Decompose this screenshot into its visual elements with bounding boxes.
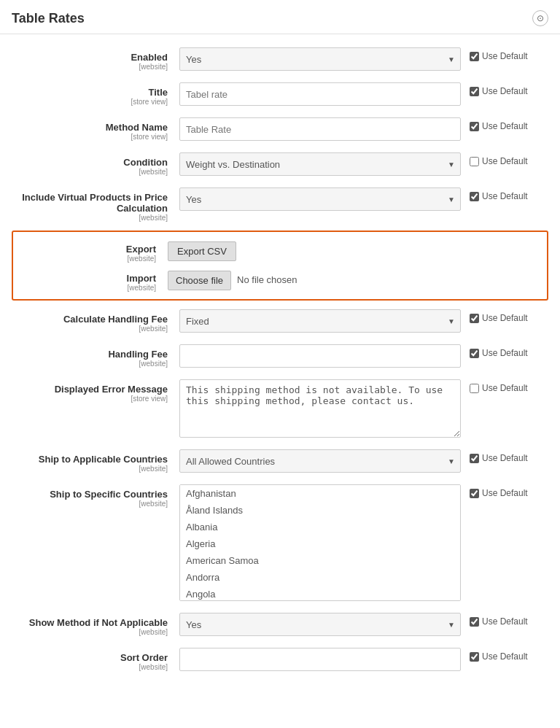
enabled-use-default-label: Use Default (482, 51, 528, 61)
show-method-use-default-checkbox[interactable] (470, 617, 479, 627)
method-name-label-col: Method Name [store view] (12, 117, 179, 141)
handling-fee-use-default-label: Use Default (482, 348, 528, 358)
condition-scope: [website] (12, 168, 168, 176)
include-virtual-control: Yes No ▼ (179, 187, 461, 211)
condition-use-default: Use Default (461, 152, 548, 166)
title-use-default-checkbox[interactable] (470, 87, 479, 96)
ship-applicable-label: Ship to Applicable Countries (12, 454, 168, 465)
sort-order-label-col: Sort Order [website] (12, 648, 179, 671)
show-method-use-default-label: Use Default (482, 616, 528, 627)
include-virtual-label-col: Include Virtual Products in Price Calcul… (12, 187, 179, 222)
sort-order-label: Sort Order (12, 652, 168, 663)
ship-specific-label-col: Ship to Specific Countries [website] (12, 484, 179, 508)
list-item[interactable]: Angola (180, 586, 460, 601)
handling-fee-use-default-checkbox[interactable] (470, 349, 479, 358)
choose-file-button[interactable]: Choose file (168, 271, 231, 290)
title-label-col: Title [store view] (12, 82, 179, 106)
enabled-scope: [website] (12, 63, 168, 71)
ship-applicable-use-default-checkbox[interactable] (470, 454, 479, 463)
ship-applicable-use-default-label: Use Default (482, 453, 528, 463)
include-virtual-use-default-checkbox[interactable] (470, 192, 479, 201)
error-message-use-default: Use Default (461, 379, 548, 393)
include-virtual-use-default: Use Default (461, 187, 548, 201)
import-control: Choose file No file chosen (168, 270, 297, 290)
ship-specific-use-default-checkbox[interactable] (470, 489, 479, 498)
collapse-icon[interactable]: ⊙ (532, 10, 548, 26)
ship-applicable-select-wrapper: All Allowed Countries Specific Countries… (179, 449, 461, 473)
enabled-label: Enabled (12, 52, 168, 63)
handling-fee-input[interactable] (179, 344, 461, 368)
include-virtual-row: Include Virtual Products in Price Calcul… (0, 182, 560, 228)
handling-fee-scope: [website] (12, 360, 168, 368)
list-item[interactable]: Algeria (180, 535, 460, 552)
sort-order-use-default-label: Use Default (482, 651, 528, 662)
enabled-row: Enabled [website] Yes No ▼ Use Default (0, 42, 560, 77)
show-method-select[interactable]: Yes No (179, 613, 461, 636)
title-use-default: Use Default (461, 82, 548, 96)
handling-fee-label: Handling Fee (12, 349, 168, 360)
ship-specific-scope: [website] (12, 500, 168, 508)
list-item[interactable]: Afghanistan (180, 485, 460, 502)
include-virtual-select-wrapper: Yes No ▼ (179, 187, 461, 211)
ship-applicable-select[interactable]: All Allowed Countries Specific Countries (179, 449, 461, 473)
condition-label: Condition (12, 157, 168, 168)
export-control: Export CSV (168, 241, 236, 261)
list-item[interactable]: Andorra (180, 569, 460, 586)
handling-fee-row: Handling Fee [website] Use Default (0, 338, 560, 373)
export-row: Export [website] Export CSV (22, 239, 538, 263)
form-body: Enabled [website] Yes No ▼ Use Default T… (0, 34, 560, 684)
handling-fee-use-default: Use Default (461, 344, 548, 358)
import-label: Import (22, 273, 156, 284)
calc-handling-fee-scope: [website] (12, 325, 168, 333)
enabled-use-default-checkbox[interactable] (470, 52, 479, 61)
method-name-use-default: Use Default (461, 117, 548, 131)
condition-control: Weight vs. Destination Price vs. Destina… (179, 152, 461, 176)
error-message-row: Displayed Error Message [store view] Thi… (0, 373, 560, 444)
sort-order-input[interactable] (179, 648, 461, 671)
error-message-control: This shipping method is not available. T… (179, 379, 461, 438)
handling-fee-label-col: Handling Fee [website] (12, 344, 179, 368)
method-name-input[interactable] (179, 117, 461, 141)
handling-fee-control (179, 344, 461, 368)
method-name-control (179, 117, 461, 141)
method-name-label: Method Name (12, 122, 168, 133)
show-method-label: Show Method if Not Applicable (12, 617, 168, 628)
ship-specific-control: Afghanistan Åland Islands Albania Algeri… (179, 484, 461, 601)
error-message-label: Displayed Error Message (12, 384, 168, 395)
title-input[interactable] (179, 82, 461, 106)
export-import-section: Export [website] Export CSV Import [webs… (12, 231, 548, 301)
ship-applicable-control: All Allowed Countries Specific Countries… (179, 449, 461, 473)
error-message-textarea[interactable]: This shipping method is not available. T… (179, 379, 461, 438)
sort-order-use-default-checkbox[interactable] (470, 652, 479, 662)
error-message-label-col: Displayed Error Message [store view] (12, 379, 179, 403)
condition-select[interactable]: Weight vs. Destination Price vs. Destina… (179, 152, 461, 176)
show-method-scope: [website] (12, 628, 168, 636)
ship-specific-row: Ship to Specific Countries [website] Afg… (0, 479, 560, 607)
condition-use-default-label: Use Default (482, 156, 528, 166)
list-item[interactable]: Albania (180, 519, 460, 535)
error-message-use-default-checkbox[interactable] (470, 384, 479, 393)
export-scope: [website] (22, 255, 156, 263)
list-item[interactable]: Åland Islands (180, 502, 460, 519)
title-use-default-label: Use Default (482, 86, 528, 96)
export-csv-button[interactable]: Export CSV (168, 241, 236, 261)
calc-handling-fee-select[interactable]: Fixed Percent (179, 309, 461, 333)
calc-handling-fee-use-default-checkbox[interactable] (470, 314, 479, 323)
export-label: Export (22, 244, 156, 255)
enabled-select[interactable]: Yes No (179, 47, 461, 71)
ship-applicable-label-col: Ship to Applicable Countries [website] (12, 449, 179, 473)
condition-label-col: Condition [website] (12, 152, 179, 176)
condition-use-default-checkbox[interactable] (470, 157, 479, 166)
method-name-use-default-checkbox[interactable] (470, 122, 479, 131)
error-message-use-default-label: Use Default (482, 383, 528, 393)
ship-specific-listbox[interactable]: Afghanistan Åland Islands Albania Algeri… (179, 484, 461, 601)
condition-row: Condition [website] Weight vs. Destinati… (0, 147, 560, 182)
ship-specific-use-default-label: Use Default (482, 488, 528, 498)
include-virtual-select[interactable]: Yes No (179, 187, 461, 211)
list-item[interactable]: American Samoa (180, 552, 460, 569)
method-name-scope: [store view] (12, 133, 168, 141)
sort-order-use-default: Use Default (461, 648, 548, 662)
show-method-label-col: Show Method if Not Applicable [website] (12, 613, 179, 636)
ship-specific-label: Ship to Specific Countries (12, 489, 168, 500)
calc-handling-fee-use-default-label: Use Default (482, 313, 528, 323)
